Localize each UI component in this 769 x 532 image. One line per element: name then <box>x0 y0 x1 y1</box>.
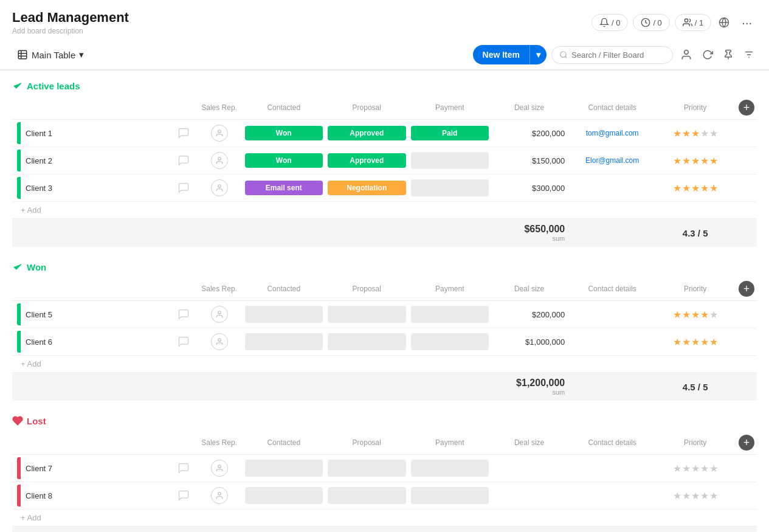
status-badge[interactable]: Paid <box>411 126 489 140</box>
filter-button[interactable] <box>741 47 757 63</box>
contact-cell[interactable]: tom@gmail.com <box>567 120 657 147</box>
person-filter-button[interactable] <box>678 46 695 63</box>
stars[interactable]: ★★★★★ <box>660 336 731 348</box>
chat-cell[interactable] <box>171 301 196 328</box>
avatar[interactable] <box>211 487 228 504</box>
contact-cell[interactable] <box>567 328 657 356</box>
proposal-cell[interactable] <box>325 455 409 482</box>
group-title-active_leads[interactable]: Active leads <box>27 81 80 91</box>
add-row-cell[interactable]: + Add <box>12 356 757 373</box>
group-toggle-lost[interactable] <box>12 415 23 426</box>
contact-cell[interactable] <box>567 482 657 510</box>
new-item-button[interactable]: New Item ▾ <box>473 45 547 64</box>
priority-cell[interactable]: ★★★★★ <box>657 455 733 482</box>
board-description[interactable]: Add board description <box>12 27 129 35</box>
contact-cell[interactable] <box>567 174 657 202</box>
chat-cell[interactable] <box>171 455 196 482</box>
priority-cell[interactable]: ★★★★★ <box>657 120 733 147</box>
status-empty-cell[interactable] <box>328 306 406 323</box>
col-header-add[interactable]: + <box>733 96 757 120</box>
group-toggle-won[interactable] <box>12 261 23 272</box>
add-row[interactable]: + Add <box>12 356 757 373</box>
stars[interactable]: ★★★★★ <box>660 182 731 194</box>
status-empty-cell[interactable] <box>245 306 323 323</box>
status-empty-cell[interactable] <box>245 487 323 504</box>
status-empty-cell[interactable] <box>328 487 406 504</box>
proposal-cell[interactable]: Negotiation <box>325 174 409 202</box>
avatar[interactable] <box>211 306 228 323</box>
status-badge[interactable]: Approved <box>328 153 406 168</box>
avatar-cell[interactable] <box>196 174 243 202</box>
status-empty-cell[interactable] <box>411 333 489 350</box>
contact-cell[interactable] <box>567 301 657 328</box>
avatar[interactable] <box>211 460 228 477</box>
contacted-cell[interactable]: Won <box>243 147 326 174</box>
stars[interactable]: ★★★★★ <box>660 490 731 502</box>
status-badge[interactable]: Email sent <box>245 181 323 195</box>
contacted-cell[interactable] <box>243 455 326 482</box>
chat-cell[interactable] <box>171 147 196 174</box>
status-empty-cell[interactable] <box>411 152 489 169</box>
priority-cell[interactable]: ★★★★★ <box>657 482 733 510</box>
pin-button[interactable] <box>720 47 736 63</box>
globe-button[interactable] <box>716 15 732 30</box>
chat-cell[interactable] <box>171 482 196 510</box>
add-row[interactable]: + Add <box>12 202 757 219</box>
avatar-cell[interactable] <box>196 455 243 482</box>
contacted-cell[interactable]: Email sent <box>243 174 326 202</box>
contacted-cell[interactable] <box>243 301 326 328</box>
bell-action[interactable]: / 0 <box>591 14 628 31</box>
status-empty-cell[interactable] <box>328 333 406 350</box>
add-column-button[interactable]: + <box>739 281 754 297</box>
proposal-cell[interactable] <box>325 328 409 356</box>
col-header-add[interactable]: + <box>733 431 757 455</box>
payment-cell[interactable] <box>409 301 492 328</box>
avatar-cell[interactable] <box>196 328 243 356</box>
clock-action[interactable]: / 0 <box>633 14 669 31</box>
payment-cell[interactable]: Paid <box>409 120 492 147</box>
avatar[interactable] <box>211 125 228 142</box>
status-badge[interactable]: Won <box>245 126 323 140</box>
avatar-cell[interactable] <box>196 482 243 510</box>
person-action[interactable]: / 1 <box>675 14 711 31</box>
payment-cell[interactable] <box>409 482 492 510</box>
stars[interactable]: ★★★★★ <box>660 128 731 139</box>
group-toggle-active_leads[interactable] <box>12 80 23 91</box>
contact-cell[interactable]: Elor@gmail.com <box>567 147 657 174</box>
add-row[interactable]: + Add <box>12 510 757 527</box>
stars[interactable]: ★★★★★ <box>660 309 731 320</box>
priority-cell[interactable]: ★★★★★ <box>657 174 733 202</box>
group-title-won[interactable]: Won <box>27 262 46 272</box>
avatar[interactable] <box>211 152 228 169</box>
avatar[interactable] <box>211 179 228 196</box>
chat-cell[interactable] <box>171 328 196 356</box>
add-row-cell[interactable]: + Add <box>12 202 757 219</box>
proposal-cell[interactable] <box>325 482 409 510</box>
contacted-cell[interactable] <box>243 482 326 510</box>
main-table-button[interactable]: Main Table ▾ <box>12 47 89 63</box>
refresh-button[interactable] <box>700 47 716 63</box>
payment-cell[interactable] <box>409 174 492 202</box>
chat-cell[interactable] <box>171 120 196 147</box>
group-title-lost[interactable]: Lost <box>27 416 46 426</box>
avatar-cell[interactable] <box>196 301 243 328</box>
priority-cell[interactable]: ★★★★★ <box>657 328 733 356</box>
priority-cell[interactable]: ★★★★★ <box>657 147 733 174</box>
payment-cell[interactable] <box>409 328 492 356</box>
contact-cell[interactable] <box>567 455 657 482</box>
priority-cell[interactable]: ★★★★★ <box>657 301 733 328</box>
payment-cell[interactable] <box>409 455 492 482</box>
status-badge[interactable]: Negotiation <box>328 181 406 195</box>
add-row-cell[interactable]: + Add <box>12 510 757 527</box>
proposal-cell[interactable] <box>325 301 409 328</box>
add-column-button[interactable]: + <box>739 435 754 451</box>
status-empty-cell[interactable] <box>328 460 406 477</box>
add-column-button[interactable]: + <box>739 100 754 116</box>
status-empty-cell[interactable] <box>245 460 323 477</box>
stars[interactable]: ★★★★★ <box>660 463 731 474</box>
stars[interactable]: ★★★★★ <box>660 155 731 167</box>
payment-cell[interactable] <box>409 147 492 174</box>
col-header-add[interactable]: + <box>733 277 757 301</box>
chat-cell[interactable] <box>171 174 196 202</box>
status-empty-cell[interactable] <box>245 333 323 350</box>
